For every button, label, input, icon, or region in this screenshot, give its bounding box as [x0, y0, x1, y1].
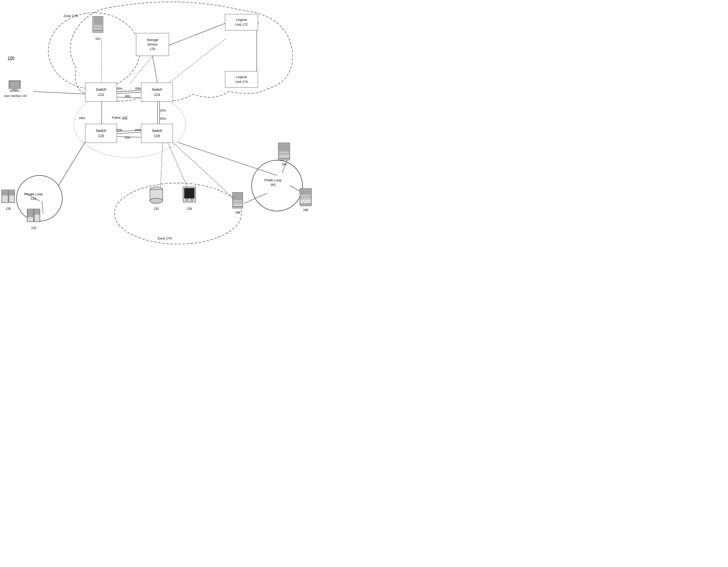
svg-rect-39 [93, 31, 103, 33]
svg-rect-70 [300, 204, 311, 206]
device-168: 168 [231, 192, 244, 214]
device-134: 134 [182, 186, 197, 211]
device-132: 132 [149, 186, 164, 211]
svg-rect-41 [10, 81, 20, 87]
switch-116-label: Switch116 [152, 128, 162, 138]
server-152-label: 152 [90, 37, 105, 41]
svg-rect-56 [233, 202, 242, 204]
svg-rect-34 [94, 17, 102, 19]
svg-rect-50 [191, 199, 193, 201]
zone-176-label: Zone 176 [158, 236, 172, 240]
device-164-label: 164 [277, 162, 291, 166]
device-124: 124 [27, 208, 41, 230]
network-diagram: 100 Zone 178 Zone 176 152 StorageDevice1… [0, 0, 364, 283]
svg-rect-57 [233, 206, 243, 208]
conn-184b-label: 184b [135, 128, 141, 131]
svg-rect-35 [94, 20, 102, 22]
diagram-title: 100 [8, 56, 14, 61]
svg-line-22 [33, 92, 86, 94]
svg-rect-78 [28, 210, 33, 212]
svg-point-46 [150, 198, 163, 203]
conn-186a-label: 186a [79, 116, 85, 120]
svg-rect-48 [184, 188, 194, 198]
svg-rect-59 [279, 144, 289, 146]
user-interface-142: User Interface 142 [4, 80, 27, 97]
server-152: 152 [90, 15, 105, 41]
device-164: 164 [277, 142, 291, 166]
svg-rect-66 [301, 189, 311, 191]
svg-rect-42 [13, 89, 17, 90]
switch-112: Switch112 [85, 83, 117, 102]
svg-rect-83 [35, 212, 39, 214]
svg-rect-55 [233, 200, 242, 202]
svg-rect-75 [9, 191, 14, 193]
svg-rect-36 [94, 22, 102, 24]
user-interface-142-label: User Interface 142 [4, 94, 27, 97]
svg-rect-67 [301, 192, 311, 194]
logical-unit-174-label: LogicalUnit 174 [235, 75, 248, 84]
device-166: 166 [299, 188, 313, 212]
svg-line-21 [168, 38, 226, 84]
switch-114-label: Switch114 [152, 87, 162, 97]
switch-110-label: Switch110 [96, 128, 106, 138]
device-126: 126 [1, 189, 15, 211]
conn-184c-label: 184c [125, 136, 131, 139]
public-loop-162-label: Public Loop162 [264, 178, 282, 187]
svg-rect-49 [186, 199, 188, 201]
svg-line-16 [153, 56, 158, 84]
svg-line-15 [130, 56, 153, 84]
svg-line-17 [168, 23, 226, 46]
svg-line-11 [117, 132, 142, 133]
svg-rect-80 [28, 215, 33, 217]
conn-180c-label: 180c [125, 95, 131, 98]
svg-rect-60 [279, 146, 289, 148]
device-126-label: 126 [1, 207, 15, 211]
conn-184a-label: 184a [116, 128, 122, 131]
switch-110: Switch110 [85, 124, 117, 143]
svg-rect-82 [35, 210, 39, 212]
svg-rect-54 [233, 198, 242, 200]
fabric-102-label: Fabric 102 [112, 116, 127, 120]
svg-rect-61 [279, 149, 289, 151]
conn-182b-label: 182b [160, 109, 166, 112]
svg-line-26 [178, 142, 277, 175]
conn-180a-label: 180a [116, 87, 122, 90]
svg-rect-43 [10, 90, 19, 92]
svg-rect-62 [279, 151, 289, 153]
zone-178-label: Zone 178 [64, 14, 78, 18]
device-132-label: 132 [149, 207, 164, 211]
svg-rect-38 [94, 27, 102, 29]
svg-rect-63 [279, 154, 289, 156]
connections-svg [0, 0, 364, 283]
storage-device-170-label: StorageDevice170 [147, 38, 158, 52]
svg-rect-64 [278, 158, 290, 160]
svg-line-27 [58, 140, 86, 186]
device-166-label: 166 [299, 208, 313, 212]
svg-point-1 [114, 183, 241, 244]
svg-rect-76 [9, 193, 14, 195]
svg-line-24 [168, 142, 189, 192]
logical-unit-172: LogicalUnit 172 [225, 14, 258, 31]
device-124-label: 124 [27, 226, 41, 230]
switch-114: Switch114 [141, 83, 173, 102]
svg-line-5 [117, 90, 142, 92]
device-168-label: 168 [231, 211, 244, 214]
device-134-label: 134 [182, 207, 197, 211]
logical-unit-172-label: LogicalUnit 172 [235, 18, 248, 27]
svg-rect-72 [2, 191, 8, 193]
conn-182a-label: 182a [160, 117, 166, 120]
svg-line-32 [244, 193, 267, 203]
switch-112-label: Switch112 [96, 87, 106, 97]
private-loop-122-label: Private Loop122 [24, 192, 43, 201]
switch-116: Switch116 [141, 124, 173, 143]
svg-line-29 [42, 201, 43, 214]
storage-device-170: StorageDevice170 [136, 33, 169, 56]
svg-line-6 [117, 92, 142, 94]
logical-unit-174: LogicalUnit 174 [225, 71, 258, 88]
svg-rect-37 [94, 25, 102, 27]
svg-rect-69 [301, 197, 311, 199]
svg-rect-53 [233, 196, 242, 197]
svg-rect-68 [301, 195, 311, 197]
svg-rect-52 [233, 193, 242, 195]
svg-rect-73 [2, 193, 8, 195]
